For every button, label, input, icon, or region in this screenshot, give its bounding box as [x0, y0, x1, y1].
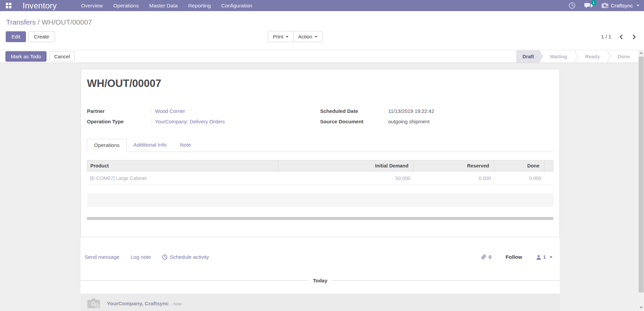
- cell-initial-demand: 50.000: [278, 172, 413, 185]
- messages-badge: 1: [591, 0, 596, 5]
- followers-button[interactable]: 1: [536, 254, 552, 260]
- caret-down-icon: [637, 5, 639, 6]
- scheduled-date-value: 11/13/2019 19:22:42: [384, 108, 553, 114]
- paperclip-icon: [481, 254, 487, 260]
- pager-next-button[interactable]: [631, 33, 637, 40]
- app-title[interactable]: Inventory: [23, 1, 57, 10]
- person-icon: [536, 255, 541, 260]
- partner-value[interactable]: Wood Corner: [151, 108, 320, 114]
- log-note-button[interactable]: Log note: [130, 254, 151, 260]
- empty-row: [87, 194, 553, 207]
- menu-master-data[interactable]: Master Data: [149, 3, 178, 9]
- send-message-button[interactable]: Send message: [85, 254, 119, 260]
- step-separator-icon: [574, 50, 578, 63]
- column-header-reserved[interactable]: Reserved: [413, 160, 494, 172]
- caret-down-icon: [315, 36, 317, 37]
- notebook-tabs: Operations Additional Info Note: [87, 139, 553, 152]
- status-step-draft[interactable]: Draft: [516, 50, 543, 63]
- cell-done: 0.000: [494, 172, 544, 185]
- breadcrumb-current: WH/OUT/00007: [41, 18, 92, 26]
- pager-counter: 1 / 1: [601, 34, 611, 40]
- main-menu: Overview Operations Master Data Reportin…: [81, 3, 252, 9]
- form-sheet: WH/OUT/00007 Partner Wood Corner Operati…: [81, 69, 560, 237]
- menu-reporting[interactable]: Reporting: [188, 3, 211, 9]
- step-separator-icon: [607, 50, 611, 63]
- activities-clock-icon[interactable]: [569, 2, 576, 9]
- tab-note[interactable]: Note: [173, 139, 198, 152]
- empty-row: [87, 185, 553, 194]
- caret-down-icon: [550, 256, 552, 258]
- schedule-activity-button[interactable]: Schedule activity: [162, 254, 209, 260]
- date-divider: Today: [81, 278, 560, 283]
- tab-additional-info[interactable]: Additional Info: [127, 139, 173, 152]
- operation-type-value[interactable]: YourCompany: Delivery Orders: [151, 119, 320, 124]
- messages-icon[interactable]: 1: [584, 2, 593, 9]
- column-header-extra: [544, 160, 553, 172]
- menu-operations[interactable]: Operations: [113, 3, 139, 9]
- mark-as-todo-button[interactable]: Mark as Todo: [6, 52, 46, 61]
- avatar-camera-icon: [87, 298, 100, 309]
- vertical-scrollbar[interactable]: [638, 50, 644, 311]
- breadcrumb-separator: /: [38, 18, 40, 26]
- scroll-up-button[interactable]: [638, 50, 644, 57]
- record-title: WH/OUT/00007: [87, 77, 553, 90]
- source-document-value: outgoing shipment: [384, 119, 553, 124]
- operation-type-label: Operation Type: [87, 119, 151, 124]
- horizontal-scrollbar[interactable]: [87, 217, 553, 220]
- followers-count: 1: [543, 254, 546, 260]
- column-header-product[interactable]: Product: [87, 160, 278, 172]
- cell-reserved: 0.000: [413, 172, 494, 185]
- caret-down-icon: [286, 36, 288, 37]
- attachments-count: 0: [489, 254, 492, 260]
- clock-icon: [162, 254, 167, 260]
- source-document-label: Source Document: [320, 119, 384, 124]
- message-author[interactable]: YourCompany, Craftsync: [107, 301, 169, 307]
- menu-overview[interactable]: Overview: [81, 3, 103, 9]
- cancel-button[interactable]: Cancel: [49, 52, 75, 61]
- scroll-down-button[interactable]: [638, 304, 644, 311]
- breadcrumb-transfers[interactable]: Transfers: [6, 18, 36, 26]
- scheduled-date-label: Scheduled Date: [320, 108, 384, 114]
- company-avatar-camera-icon: [602, 3, 608, 8]
- status-step-waiting[interactable]: Waiting: [543, 50, 574, 63]
- attachments-button[interactable]: 0: [481, 254, 492, 260]
- apps-grid-icon[interactable]: [5, 2, 12, 9]
- user-menu[interactable]: Craftsync: [602, 3, 639, 9]
- message-timestamp: - now: [171, 301, 182, 306]
- status-step-ready[interactable]: Ready: [578, 50, 607, 63]
- status-step-done[interactable]: Done: [611, 50, 637, 63]
- form-view-content: WH/OUT/00007 Partner Wood Corner Operati…: [0, 63, 644, 311]
- create-button[interactable]: Create: [28, 31, 55, 42]
- control-panel: Transfers / WH/OUT/00007 Edit Create Pri…: [0, 11, 644, 50]
- edit-button[interactable]: Edit: [6, 31, 26, 42]
- cell-product[interactable]: [E-COM07] Large Cabinet: [87, 172, 278, 185]
- pager-previous-button[interactable]: [618, 33, 624, 40]
- print-dropdown-button[interactable]: Print: [268, 31, 293, 42]
- empty-row: [87, 207, 553, 217]
- column-header-initial-demand[interactable]: Initial Demand: [278, 160, 413, 172]
- scrollbar-thumb[interactable]: [639, 57, 644, 292]
- menu-configuration[interactable]: Configuration: [221, 3, 252, 9]
- column-header-done[interactable]: Done: [494, 160, 544, 172]
- statusbar: Mark as Todo Cancel Draft Waiting Ready …: [0, 50, 644, 63]
- chatter: Send message Log note Schedule activity …: [81, 237, 560, 311]
- tab-operations[interactable]: Operations: [87, 139, 127, 152]
- user-name: Craftsync: [611, 3, 633, 9]
- partner-label: Partner: [87, 108, 151, 114]
- breadcrumb: Transfers / WH/OUT/00007: [0, 11, 644, 26]
- top-navbar: Inventory Overview Operations Master Dat…: [0, 0, 644, 11]
- table-row[interactable]: [E-COM07] Large Cabinet 50.000 0.000 0.0…: [87, 172, 553, 185]
- date-divider-label: Today: [308, 278, 332, 283]
- operations-table: Product Initial Demand Reserved Done [E-…: [87, 160, 553, 217]
- field-groups: Partner Wood Corner Operation Type YourC…: [87, 106, 553, 127]
- action-dropdown-button[interactable]: Action: [293, 31, 323, 42]
- dropdown-button-group: Print Action: [268, 31, 323, 42]
- chatter-message: YourCompany, Craftsync - now Status: Can…: [81, 293, 560, 311]
- follow-button[interactable]: Follow: [505, 254, 522, 260]
- status-steps: Draft Waiting Ready Done: [516, 50, 637, 63]
